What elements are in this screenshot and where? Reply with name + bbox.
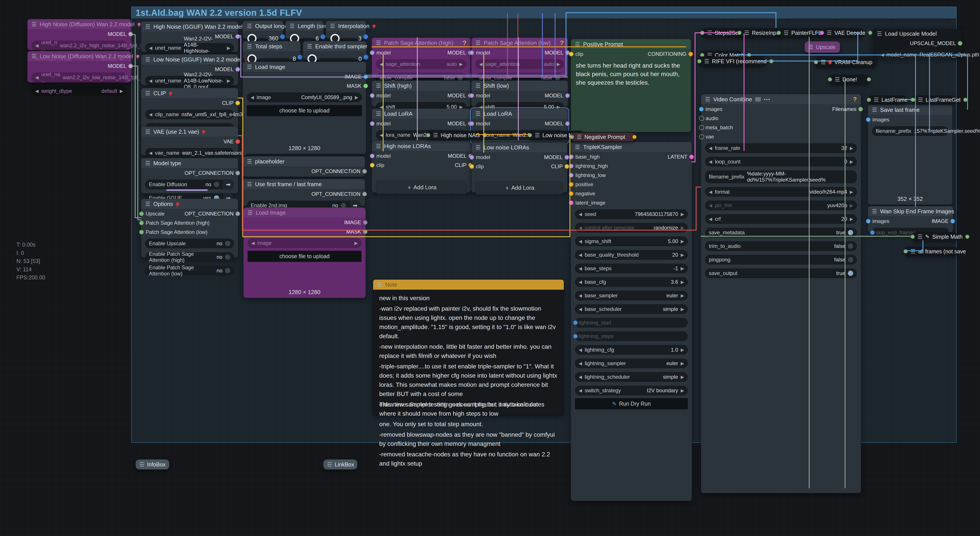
audio-input-port[interactable]	[699, 116, 704, 121]
all-frames-not-save-input-port[interactable]	[904, 249, 908, 254]
slider-track[interactable]	[302, 38, 312, 39]
images-input-port[interactable]	[699, 107, 704, 112]
decrement-icon[interactable]: ◀	[251, 95, 254, 100]
widget-lightning_start[interactable]: lightning_start	[575, 318, 688, 327]
widget-filename_prefix[interactable]: filename_prefix%date:yyyy-MM-dd%/157%Tri…	[705, 171, 857, 183]
options-header[interactable]: ☰Options	[141, 199, 238, 209]
widget-loop_count[interactable]: ◀loop_count0▶	[705, 157, 857, 166]
help-icon[interactable]: ?	[560, 39, 564, 46]
model-input-port[interactable]	[370, 50, 375, 55]
decrement-icon[interactable]: ◀	[35, 43, 38, 48]
interpolation-output-port[interactable]	[363, 34, 368, 39]
skip_end_frames-input-port[interactable]	[870, 230, 875, 235]
widget-model_name[interactable]: ◀model_nameRealESRGAN_x2plus.pth▶	[877, 50, 956, 59]
increment-icon[interactable]: ▶	[227, 78, 230, 83]
positive-prompt-node[interactable]: ☰Positive PromptclipCONDITIONINGshe turn…	[571, 39, 691, 132]
enable-third-sampler-output-port[interactable]	[363, 54, 369, 60]
widget-crf[interactable]: ◀crf20▶	[705, 214, 857, 224]
note-text[interactable]: new in this version -wan i2v replaced wi…	[373, 290, 564, 474]
enable-third-sampler-header[interactable]: ☰Enable third sampler	[303, 41, 366, 52]
simple-math-output-port[interactable]	[965, 234, 969, 239]
toggle-dot[interactable]	[848, 244, 853, 249]
lightning_steps-input-port[interactable]	[573, 334, 578, 339]
base_high-input-port[interactable]	[569, 155, 574, 159]
IMAGE-output-port[interactable]	[363, 220, 368, 225]
video-combine-header[interactable]: ☰Video Combine●●●?	[701, 94, 861, 105]
widget-sage_attention[interactable]: ◀sage_attentionauto▶	[476, 59, 564, 69]
patch-sage-attention-low-header[interactable]: ☰Patch Sage Attention (low)?	[471, 38, 568, 48]
toggle-Enable-Patch-Sage-Attention-(high)[interactable]: Enable Patch Sage Attention (high)no	[145, 252, 234, 262]
OPT_CONNECTION-output-port[interactable]	[362, 191, 367, 196]
negative-prompt-node[interactable]: ☰Negative Prompt	[571, 132, 635, 141]
done-node[interactable]: ☰Done!	[829, 75, 870, 84]
length-sec-node[interactable]: ☰Length (sec)6	[285, 21, 323, 39]
Filenames-output-port[interactable]	[858, 107, 863, 112]
widget-base_quality_threshold[interactable]: ◀base_quality_threshold20▶	[575, 250, 688, 260]
group-title-bar[interactable]: 1st.AId.bag WAN 2.2 version 1.5d FLFV	[132, 7, 956, 18]
images-input-port[interactable]	[866, 117, 871, 122]
slider-track[interactable]	[320, 58, 355, 59]
vae-decode-input-port[interactable]	[820, 30, 824, 35]
placeholder-node[interactable]: ☰placeholderOPT_CONNECTION	[243, 156, 365, 177]
increment-icon[interactable]: ▶	[681, 225, 684, 230]
resizeinput-input-port[interactable]	[737, 30, 741, 35]
decrement-icon[interactable]: ◀	[149, 45, 152, 51]
decrement-icon[interactable]: ◀	[579, 266, 582, 271]
triple-k-sampler-header[interactable]: ☰TripleKSampler	[571, 142, 692, 152]
latent_image-input-port[interactable]	[569, 200, 574, 205]
prompt-text[interactable]: she turns her head right and sucks the b…	[576, 61, 686, 87]
decrement-icon[interactable]: ◀	[479, 61, 482, 67]
widget-pix_fmt[interactable]: ◀pix_fmtyuv420p▶	[705, 201, 857, 210]
images-input-port[interactable]	[866, 219, 871, 223]
toggle-dot[interactable]	[458, 75, 463, 80]
resizeinput-node[interactable]: ☰ResizeInput	[739, 29, 781, 37]
widget-unet_name[interactable]: ◀unet_nameWan2.2-I2V-A14B-LowNoise-Q8_0.…	[145, 76, 234, 86]
increment-icon[interactable]: ▶	[120, 88, 123, 94]
increment-icon[interactable]: ▶	[681, 279, 684, 285]
meta_batch-input-port[interactable]	[699, 125, 704, 130]
high-noise-diffusion-node[interactable]: ☰High Noise (Diffusion) Wan 2.2 modelMOD…	[27, 19, 131, 50]
shift-high-node[interactable]: ☰Shift (high)modelMODEL◀shift5.00▶	[372, 80, 471, 107]
MASK-output-port[interactable]	[363, 229, 368, 234]
increment-icon[interactable]: ▶	[850, 159, 853, 164]
simple-math-node[interactable]: ☰✎Simple Math	[912, 232, 957, 241]
increment-icon[interactable]: ▶	[850, 189, 853, 195]
slider-track[interactable]	[343, 38, 355, 39]
widget-clip_name[interactable]: ◀clip_namensfw_umt5_xxl_fp8_e4m3fn_scale…	[145, 110, 234, 119]
widget-lightning_steps[interactable]: lightning_steps	[575, 332, 688, 341]
note-header[interactable]: ☰Note	[373, 279, 564, 290]
MODEL-output-port[interactable]	[235, 34, 240, 39]
OPT_CONNECTION-output-port[interactable]	[362, 169, 367, 174]
toggle-dot[interactable]	[225, 254, 230, 260]
widget-format[interactable]: ◀formatvideo/h264-mp4▶	[705, 187, 857, 197]
node-graph-canvas[interactable]: 1st.AId.bag WAN 2.2 version 1.5d FLFV T:…	[0, 0, 980, 536]
increment-icon[interactable]: ▶	[681, 252, 684, 257]
widget-seed[interactable]: ◀seed796456301175870▶	[575, 209, 688, 219]
decrement-icon[interactable]: ◀	[251, 241, 255, 246]
triple-k-sampler-node[interactable]: ☰TripleKSamplerbase_highLATENTlightning_…	[571, 142, 692, 501]
increment-icon[interactable]: ▶	[681, 293, 684, 298]
decrement-icon[interactable]: ◀	[579, 252, 582, 257]
note-node[interactable]: ☰Notenew in this version -wan i2v replac…	[373, 279, 564, 415]
vae-node[interactable]: ☰VAE (use 2.1 vae)VAE◀vae_namewan_2.1_va…	[141, 126, 238, 155]
increment-icon[interactable]: ▶	[681, 266, 684, 271]
slider-track[interactable]	[259, 58, 290, 59]
high-noise-nag-node[interactable]: ☰High noise NAG	[428, 131, 483, 140]
interpolation-header[interactable]: ☰Interpolation	[326, 21, 366, 31]
model-input-port[interactable]	[469, 155, 474, 160]
clip-input-port[interactable]	[569, 52, 574, 56]
lastframeget-node[interactable]: ☰LastFrameGet	[912, 96, 955, 104]
rife-vfi-node[interactable]: ☰RIFE VFI (recommend	[699, 56, 765, 66]
toggle-dot[interactable]	[225, 268, 230, 273]
MODEL-output-port[interactable]	[565, 93, 570, 98]
widget-sigma_shift[interactable]: ◀sigma_shift5.00▶	[575, 236, 688, 246]
Patch Sage Attention (low)-input-port[interactable]	[139, 230, 144, 234]
shift-high-header[interactable]: ☰Shift (high)	[372, 81, 471, 91]
model-type-header[interactable]: ☰Model type	[141, 158, 238, 169]
run-dry-run-button[interactable]: ✎Run Dry Run	[575, 398, 688, 409]
decrement-icon[interactable]: ◀	[35, 75, 38, 80]
widget-sage_attention[interactable]: ◀sage_attentionauto▶	[376, 59, 466, 69]
output-longest-side-node[interactable]: ☰Output longest side360	[243, 21, 283, 39]
length-sec-header[interactable]: ☰Length (sec)	[286, 21, 323, 31]
increment-icon[interactable]: ▶	[681, 347, 684, 353]
